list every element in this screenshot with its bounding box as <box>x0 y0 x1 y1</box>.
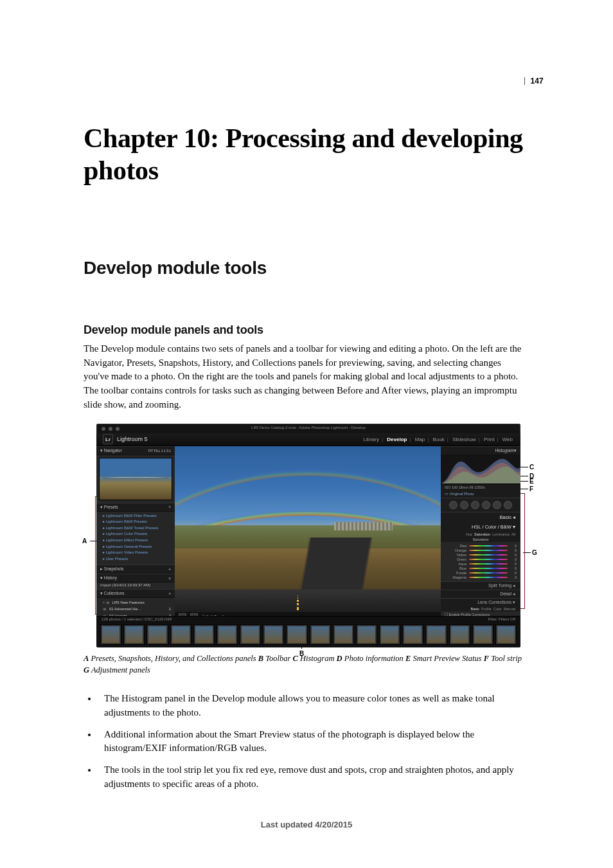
thumb[interactable] <box>449 624 470 645</box>
thumb[interactable] <box>472 624 493 645</box>
smart-preview-status: ▭ Original Photo <box>441 491 520 498</box>
basic-header[interactable]: Basic ◂ <box>441 512 520 522</box>
lens-tabs[interactable]: Basic Profile Color Manual <box>441 606 520 611</box>
thumb[interactable] <box>310 624 331 645</box>
bullet-item: Additional information about the Smart P… <box>98 728 528 764</box>
bullet-item: The tools in the tool strip let you fix … <box>98 763 528 799</box>
filmstrip-info-left: 128 photos / 1 selected / DSC_0123.NEF <box>102 617 172 621</box>
thumb[interactable] <box>333 624 354 645</box>
module-slideshow[interactable]: Slideshow <box>452 437 475 442</box>
module-print[interactable]: Print <box>484 437 494 442</box>
preset-item[interactable]: ▸ Lightroom B&W Presets <box>103 519 171 525</box>
redeye-tool-icon[interactable] <box>471 501 479 509</box>
bracket-G <box>520 493 525 609</box>
logo-text: Lightroom 5 <box>117 436 148 442</box>
callout-F: F <box>529 485 533 493</box>
module-book[interactable]: Book <box>433 437 445 442</box>
thumb[interactable] <box>379 624 400 645</box>
detail-header[interactable]: Detail ◂ <box>441 590 520 598</box>
preset-item[interactable]: ▸ Lightroom Effect Presets <box>103 538 171 544</box>
thumb[interactable] <box>425 624 447 645</box>
thumb[interactable] <box>147 624 168 645</box>
preset-item[interactable]: ▸ Lightroom B&W Toned Presets <box>103 525 171 532</box>
thumb[interactable] <box>217 624 238 645</box>
lens-header[interactable]: Lens Corrections ▾ <box>441 598 520 606</box>
preset-item[interactable]: ▸ Lightroom General Presets <box>103 544 171 550</box>
spot-tool-icon[interactable] <box>460 501 468 509</box>
saturation-label: Saturation <box>441 537 520 542</box>
thumb[interactable] <box>356 624 377 645</box>
right-panels: Histogram ▾ ISO 100 18mm f/8 1/250s ▭ Or… <box>441 446 520 617</box>
bullet-item: The Histogram panel in the Develop modul… <box>98 692 528 728</box>
page-footer: Last updated 4/20/2015 <box>0 820 613 829</box>
history-header[interactable]: ▾ History× <box>96 574 175 583</box>
screenshot-lightroom-develop: LR5 Demo Catalog-2.lrcat - Adobe Photosh… <box>96 424 520 647</box>
logo-icon: Lr <box>103 434 113 444</box>
collection-item[interactable]: ▣01 Advanced He...1 <box>103 606 171 612</box>
figure-caption: A Presets, Snapshots, History, and Colle… <box>84 653 528 677</box>
hsl-sliders[interactable]: Red0 Orange0 Yellow0 Green0 Aqua0 Blue0 … <box>441 542 520 581</box>
callout-C: C <box>529 464 534 471</box>
history-item[interactable]: Import (3/14/13 10:03:37 AM) <box>96 583 175 589</box>
thumb[interactable] <box>286 624 307 645</box>
filmstrip-info-right: Filter: Filters Off <box>488 617 515 621</box>
preset-item[interactable]: ▸ Lightroom Color Presets <box>103 531 171 538</box>
module-map[interactable]: Map <box>415 437 425 442</box>
presets-list[interactable]: ▸ Lightroom B&W Filter Presets ▸ Lightro… <box>96 512 175 565</box>
brush-tool-icon[interactable] <box>504 501 512 509</box>
filmstrip[interactable]: 128 photos / 1 selected / DSC_0123.NEF F… <box>96 616 520 647</box>
thumb[interactable] <box>240 624 261 645</box>
subsection-heading: Develop module panels and tools <box>84 323 528 337</box>
callout-B: B <box>299 650 304 657</box>
hsl-header[interactable]: HSL / Color / B&W ▾ <box>441 522 520 532</box>
preset-item[interactable]: ▸ User Presets <box>103 556 171 563</box>
radial-tool-icon[interactable] <box>493 501 501 509</box>
presets-header[interactable]: ▾ Presets+ <box>96 503 175 512</box>
callout-E: E <box>529 478 534 485</box>
split-toning-header[interactable]: Split Toning ◂ <box>441 581 520 590</box>
thumb[interactable] <box>170 624 191 645</box>
module-library[interactable]: Library <box>364 437 379 442</box>
filmstrip-thumbs[interactable] <box>100 624 517 645</box>
navigator-header[interactable]: ▾ Navigator FIT FILL 1:1 3:1 <box>96 446 175 455</box>
main-photo-view[interactable] <box>175 446 441 612</box>
photo-info: ISO 100 18mm f/8 1/250s <box>441 484 520 491</box>
collections-header[interactable]: ▾ Collections+ <box>96 589 175 598</box>
thumb[interactable] <box>402 624 423 645</box>
thumb[interactable] <box>495 624 517 645</box>
left-panels: ▾ Navigator FIT FILL 1:1 3:1 ▾ Presets+ … <box>96 446 175 617</box>
window-controls <box>102 427 120 431</box>
histogram-header[interactable]: Histogram ▾ <box>441 446 520 455</box>
thumb[interactable] <box>100 624 121 645</box>
window-title: LR5 Demo Catalog-2.lrcat - Adobe Photosh… <box>251 426 366 429</box>
navigator-thumbnail[interactable] <box>99 458 172 500</box>
thumb[interactable] <box>193 624 215 645</box>
preset-item[interactable]: ▸ Lightroom Video Presets <box>103 550 171 556</box>
bullet-list: The Histogram panel in the Develop modul… <box>84 692 528 799</box>
section-heading: Develop module tools <box>84 258 528 278</box>
figure-wrap: A B C D E F G LR5 D <box>84 424 533 647</box>
module-picker[interactable]: Library| Develop| Map| Book| Slideshow| … <box>362 437 514 442</box>
crop-tool-icon[interactable] <box>449 501 458 509</box>
tool-strip[interactable] <box>441 498 520 512</box>
collection-item[interactable]: ▾ ▣LR5 New Features <box>103 599 171 606</box>
histogram-graph[interactable] <box>441 455 520 484</box>
grad-tool-icon[interactable] <box>482 501 490 509</box>
callout-A: A <box>82 538 87 545</box>
app-header: Lr Lightroom 5 Library| Develop| Map| Bo… <box>96 433 520 446</box>
thumb[interactable] <box>263 624 284 645</box>
snapshots-header[interactable]: ▸ Snapshots+ <box>96 565 175 574</box>
callout-G: G <box>532 549 537 556</box>
hsl-tabs[interactable]: Hue Saturation Luminance All <box>441 532 520 537</box>
preset-item[interactable]: ▸ Lightroom B&W Filter Presets <box>103 513 171 520</box>
intro-paragraph: The Develop module contains two sets of … <box>84 342 528 412</box>
thumb[interactable] <box>123 624 145 645</box>
chapter-title: Chapter 10: Processing and developing ph… <box>84 122 528 187</box>
module-develop[interactable]: Develop <box>387 437 407 442</box>
app-logo: Lr Lightroom 5 <box>103 434 148 444</box>
page-number: 147 <box>524 77 544 85</box>
module-web[interactable]: Web <box>502 437 513 442</box>
